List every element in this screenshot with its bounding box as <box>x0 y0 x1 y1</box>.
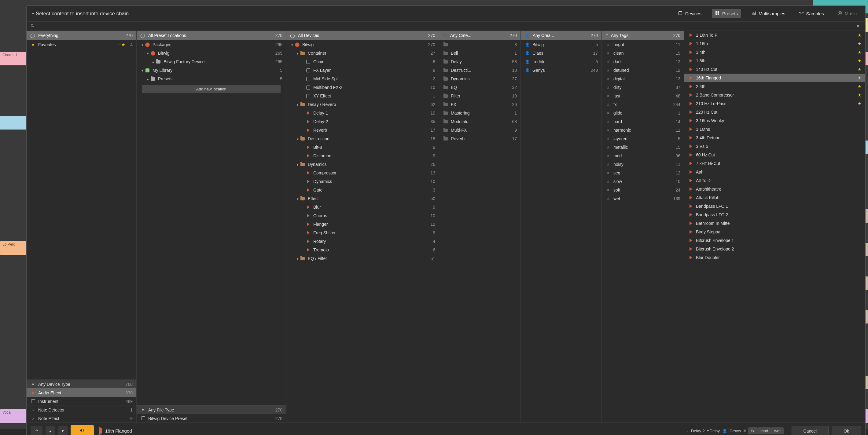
tag-row[interactable]: #clean19 <box>602 49 684 58</box>
device-row[interactable]: Rotary4 <box>286 237 439 245</box>
creator-row[interactable]: 👤Genys243 <box>521 66 601 74</box>
disclosure-icon[interactable] <box>151 59 156 64</box>
device-row[interactable]: FX Layer8 <box>286 66 439 74</box>
preset-row[interactable]: Aah <box>684 168 865 176</box>
tag-row[interactable]: #hard14 <box>602 117 684 126</box>
favorite-star-icon[interactable]: ★ <box>858 93 862 97</box>
device-type-header[interactable]: ✻ Any Device Type 768 <box>27 380 136 388</box>
preset-row[interactable]: 3 16ths <box>684 125 865 133</box>
tag-row[interactable]: #harmonic11 <box>602 126 684 134</box>
disclosure-icon[interactable] <box>146 76 150 81</box>
tag-row[interactable]: #fast48 <box>602 92 684 100</box>
disclosure-icon[interactable] <box>296 162 300 167</box>
tab-samples[interactable]: Samples <box>796 9 827 18</box>
disclosure-icon[interactable] <box>140 68 145 73</box>
preset-row[interactable]: 1 4th★ <box>684 48 865 57</box>
favorite-star-icon[interactable]: ★ <box>858 50 862 55</box>
category-row[interactable]: Delay58 <box>439 58 521 66</box>
preset-row[interactable]: 1 8th★ <box>684 57 865 65</box>
location-row[interactable]: Bitwig Factory Device...265 <box>136 58 286 66</box>
disclosure-icon[interactable] <box>140 42 145 47</box>
preset-row[interactable]: Amphitheatre <box>684 185 865 193</box>
device-type-row[interactable]: Instrument489 <box>27 397 136 405</box>
tag-chip[interactable]: mod <box>757 427 771 434</box>
preset-row[interactable]: 16th Flanged★ <box>684 74 865 82</box>
device-row[interactable]: Delay-235 <box>286 117 439 126</box>
category-row[interactable]: Destructi...18 <box>439 66 521 74</box>
device-row[interactable]: Container27 <box>286 49 439 58</box>
prev-button[interactable]: ▴ <box>45 426 55 435</box>
tab-multisamples[interactable]: Multisamples <box>748 9 788 18</box>
tag-row[interactable]: #soft24 <box>602 186 684 194</box>
device-row[interactable]: Flanger12 <box>286 220 439 229</box>
favorite-star-icon[interactable]: ★ <box>858 75 862 80</box>
tag-row[interactable]: #wet139 <box>602 194 684 203</box>
ok-button[interactable]: Ok <box>832 426 861 435</box>
disclosure-icon[interactable] <box>296 51 300 56</box>
device-type-row[interactable]: Audio Effect270 <box>27 388 136 397</box>
device-row[interactable]: Delay-110 <box>286 109 439 117</box>
disclosure-icon[interactable] <box>296 196 300 201</box>
favorite-star-icon[interactable]: ★ <box>858 67 862 72</box>
preset-row[interactable]: 3 16ths Wonky <box>684 116 865 125</box>
device-row[interactable]: Chain6 <box>286 58 439 66</box>
file-type-row[interactable]: Bitwig Device Preset270 <box>136 414 286 423</box>
preset-row[interactable]: 1 16th To F★ <box>684 31 865 39</box>
tab-presets[interactable]: Presets <box>712 9 741 18</box>
disclosure-icon[interactable] <box>146 51 150 56</box>
tag-row[interactable]: #detuned12 <box>602 66 684 74</box>
location-row[interactable]: Presets5 <box>136 74 286 83</box>
tag-row[interactable]: #fx244 <box>602 100 684 109</box>
preset-row[interactable]: 3 Vs 6 <box>684 142 865 150</box>
search-input[interactable] <box>36 24 855 28</box>
preset-row[interactable]: Bitcrush Envelope 2 <box>684 245 865 253</box>
preset-row[interactable]: 140 Hz Cut★ <box>684 65 865 74</box>
tag-chip[interactable]: wet <box>771 427 783 434</box>
device-row[interactable]: XY Effect1 <box>286 92 439 100</box>
tag-chip[interactable]: fx <box>748 427 757 434</box>
tag-row[interactable]: #metallic15 <box>602 143 684 152</box>
tab-music[interactable]: Music <box>834 9 860 18</box>
preset-row[interactable]: Bitcrush Envelope 1 <box>684 236 865 245</box>
tag-row[interactable]: #dirty37 <box>602 83 684 92</box>
location-row[interactable]: Packages265 <box>136 40 286 49</box>
category-row[interactable]: Bell1 <box>439 49 521 58</box>
device-row[interactable]: Distortion9 <box>286 152 439 160</box>
disclosure-icon[interactable] <box>296 102 300 107</box>
favorite-star-icon[interactable]: ★ <box>858 41 862 46</box>
favorite-star-icon[interactable]: ★ <box>858 33 862 38</box>
tag-row[interactable]: #dark12 <box>602 58 684 66</box>
device-row[interactable]: Reverb17 <box>286 126 439 134</box>
device-row[interactable]: Compressor13 <box>286 169 439 177</box>
creator-row[interactable]: 👤fredrik5 <box>521 58 601 66</box>
device-row[interactable]: Mid-Side Split2 <box>286 74 439 83</box>
category-row[interactable]: 3 <box>439 40 521 49</box>
next-button[interactable]: ▾ <box>58 426 67 435</box>
preset-row[interactable]: 2 Band Compressor★ <box>684 91 865 99</box>
device-row[interactable]: Bit-89 <box>286 143 439 152</box>
device-row[interactable]: Tremolo6 <box>286 245 439 254</box>
tag-row[interactable]: #bright11 <box>602 40 684 49</box>
disclosure-icon[interactable] <box>296 136 300 141</box>
disclosure-icon[interactable] <box>290 42 294 47</box>
device-type-row[interactable]: ♪Note Detector1 <box>27 405 136 414</box>
cancel-button[interactable]: Cancel <box>792 426 829 435</box>
device-row[interactable]: Multiband FX-210 <box>286 83 439 92</box>
device-row[interactable]: Blur9 <box>286 203 439 211</box>
tag-row[interactable]: #layered5 <box>602 134 684 143</box>
device-row[interactable]: Dynamics10 <box>286 177 439 186</box>
favorite-star-icon[interactable]: ★ <box>858 84 862 89</box>
tag-row[interactable]: #glide1 <box>602 109 684 117</box>
preset-row[interactable]: 220 Hz Cut <box>684 108 865 116</box>
col-header-locations[interactable]: ◯ All Preset Locations 270 <box>136 31 286 40</box>
device-row[interactable]: Bitwig270 <box>286 40 439 49</box>
preset-row[interactable]: Birdy Steppa <box>684 228 865 236</box>
tag-row[interactable]: #slow10 <box>602 177 684 186</box>
add-location-button[interactable]: + Add new location... <box>142 85 281 93</box>
col-header-devices[interactable]: ◯ All Devices 270 <box>286 31 439 40</box>
device-row[interactable]: Freq Shifter9 <box>286 229 439 237</box>
col-header-creators[interactable]: 👤 Any Crea... 270 <box>521 31 601 40</box>
category-row[interactable]: Mastering1 <box>439 109 521 117</box>
preview-audio-button[interactable] <box>71 425 94 435</box>
preset-row[interactable]: 3 4th Detune <box>684 133 865 142</box>
